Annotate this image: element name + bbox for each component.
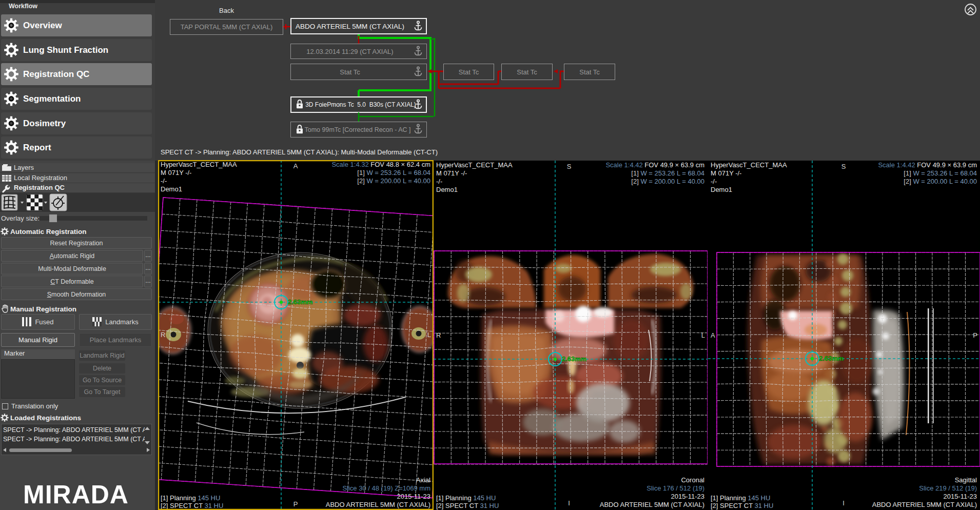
svg-text:A: A xyxy=(293,162,298,170)
svg-text:M 071Y -/-: M 071Y -/- xyxy=(436,169,467,177)
svg-text:[1] Planning 145 HU: [1] Planning 145 HU xyxy=(436,494,496,502)
svg-text:P: P xyxy=(293,500,298,508)
svg-text:L: L xyxy=(701,331,705,339)
svg-text:I: I xyxy=(568,499,570,507)
svg-text:[1] W = 253.26 L = 68.04: [1] W = 253.26 L = 68.04 xyxy=(631,169,704,177)
svg-text:2.63mm: 2.63mm xyxy=(819,355,844,362)
svg-text:M 071Y -/-: M 071Y -/- xyxy=(161,169,191,176)
svg-text:[2] W = 200.00 L = 40.00: [2] W = 200.00 L = 40.00 xyxy=(904,178,977,185)
svg-text:R: R xyxy=(436,331,441,339)
svg-text:[2] SPECT CT 31 HU: [2] SPECT CT 31 HU xyxy=(436,502,499,509)
svg-text:[2] SPECT CT 31 HU: [2] SPECT CT 31 HU xyxy=(161,502,223,509)
svg-text:HyperVascT_CECT_MAA: HyperVascT_CECT_MAA xyxy=(161,161,237,168)
svg-text:[2] W = 200.00 L = 40.00: [2] W = 200.00 L = 40.00 xyxy=(631,178,704,185)
svg-text:Demo1: Demo1 xyxy=(436,186,458,193)
svg-text:Coronal: Coronal xyxy=(681,476,704,484)
svg-text:[2] SPECT CT 31 HU: [2] SPECT CT 31 HU xyxy=(711,502,773,509)
svg-text:-/-: -/- xyxy=(711,178,717,185)
svg-text:Slice 219 / 512 (19): Slice 219 / 512 (19) xyxy=(919,484,977,492)
svg-text:Slice 30 / 48 (19) Z=1069 mm: Slice 30 / 48 (19) Z=1069 mm xyxy=(342,484,430,492)
svg-text:ABDO ARTERIEL 5MM (CT AXIAL): ABDO ARTERIEL 5MM (CT AXIAL) xyxy=(600,501,704,508)
svg-text:L: L xyxy=(427,331,431,339)
svg-text:M 071Y -/-: M 071Y -/- xyxy=(711,169,741,177)
svg-text:ABDO ARTERIEL 5MM (CT AXIAL): ABDO ARTERIEL 5MM (CT AXIAL) xyxy=(872,501,977,508)
svg-text:2015-11-23: 2015-11-23 xyxy=(671,493,704,500)
svg-text:Slice 176 / 512 (19): Slice 176 / 512 (19) xyxy=(646,484,704,492)
svg-text:Demo1: Demo1 xyxy=(161,185,182,193)
svg-text:Scale 1:4.42 FOV 49.9 × 63.9: Scale 1:4.42 FOV 49.9 × 63.9 cm xyxy=(605,161,704,169)
svg-text:[1] Planning 145 HU: [1] Planning 145 HU xyxy=(161,494,220,502)
svg-text:Sagittal: Sagittal xyxy=(955,476,977,484)
svg-text:Scale 1:4.42 FOV 49.9 × 63.9: Scale 1:4.42 FOV 49.9 × 63.9 cm xyxy=(878,161,977,169)
svg-text:-/-: -/- xyxy=(161,177,167,185)
svg-text:S: S xyxy=(567,163,572,170)
svg-text:Scale 1:4.32 FOV 48.8 × 62.4: Scale 1:4.32 FOV 48.8 × 62.4 cm xyxy=(331,161,430,168)
svg-text:2.63mm: 2.63mm xyxy=(562,355,586,363)
svg-text:S: S xyxy=(841,163,846,170)
svg-text:HyperVascT_CECT_MAA: HyperVascT_CECT_MAA xyxy=(711,161,787,169)
svg-text:[1] Planning 145 HU: [1] Planning 145 HU xyxy=(711,494,770,502)
svg-text:[1] W = 253.26 L = 68.04: [1] W = 253.26 L = 68.04 xyxy=(357,169,430,176)
svg-text:-/-: -/- xyxy=(436,178,442,185)
svg-text:Demo1: Demo1 xyxy=(711,186,732,193)
svg-text:HyperVascT_CECT_MAA: HyperVascT_CECT_MAA xyxy=(436,161,513,169)
svg-text:2015-11-23: 2015-11-23 xyxy=(397,493,430,500)
svg-text:ABDO ARTERIEL 5MM (CT AXIAL): ABDO ARTERIEL 5MM (CT AXIAL) xyxy=(326,501,430,508)
svg-text:P: P xyxy=(973,331,977,339)
svg-text:Axial: Axial xyxy=(416,476,430,484)
svg-text:R: R xyxy=(161,331,165,339)
svg-text:A: A xyxy=(711,331,715,339)
svg-text:[1] W = 253.26 L = 68.04: [1] W = 253.26 L = 68.04 xyxy=(904,169,977,177)
svg-text:I: I xyxy=(842,499,845,507)
svg-text:[2] W = 200.00 L = 40.00: [2] W = 200.00 L = 40.00 xyxy=(357,177,430,185)
svg-text:2015-11-23: 2015-11-23 xyxy=(943,493,977,500)
svg-text:2.63mm: 2.63mm xyxy=(288,298,312,306)
